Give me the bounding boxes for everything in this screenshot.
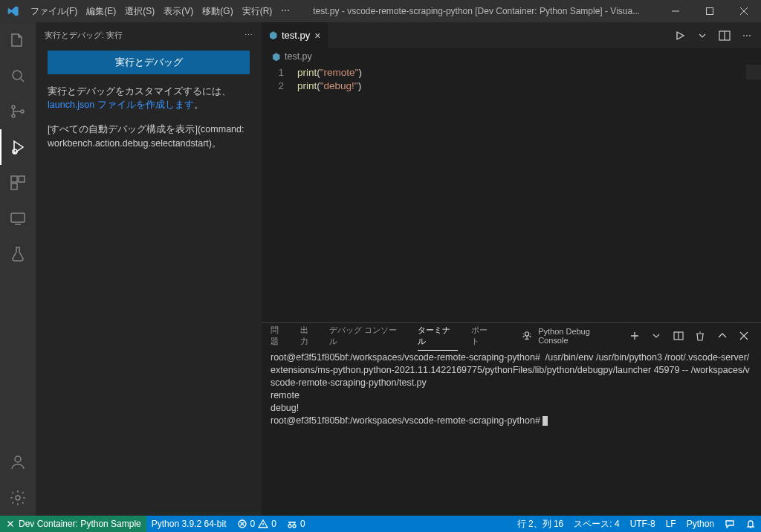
editor-more-icon[interactable]: ⋯ <box>737 26 757 45</box>
run-and-debug-button[interactable]: 実行とデバッグ <box>48 51 250 74</box>
customize-hint: 実行とデバッグをカスタマイズするには、launch.json ファイルを作成しま… <box>48 85 250 113</box>
close-tab-icon[interactable]: × <box>314 30 320 42</box>
accounts-icon[interactable] <box>0 444 36 480</box>
code-editor[interactable]: 1 2 print("remote") print("debug!") <box>262 65 761 322</box>
line-numbers: 1 2 <box>262 65 297 322</box>
close-panel-icon[interactable] <box>736 328 753 344</box>
menu-select[interactable]: 選択(S) <box>120 5 159 18</box>
run-debug-sidebar: 実行とデバッグ: 実行 ⋯ 実行とデバッグ 実行とデバッグをカスタマイズするには… <box>36 22 262 516</box>
remote-indicator[interactable]: Dev Container: Python Sample <box>0 516 146 532</box>
kill-terminal-icon[interactable] <box>692 328 708 344</box>
svg-rect-6 <box>11 176 17 182</box>
create-launch-json-link[interactable]: launch.json ファイルを作成します <box>48 100 194 110</box>
status-python-version[interactable]: Python 3.9.2 64-bit <box>146 516 232 532</box>
terminal-dropdown-label[interactable]: Python Debug Console <box>538 327 621 345</box>
window-minimize-button[interactable] <box>658 0 693 22</box>
editor-tabs: ⬢ test.py × ⋯ <box>262 22 761 48</box>
maximize-panel-icon[interactable] <box>714 328 731 344</box>
breadcrumb[interactable]: ⬢ test.py <box>262 48 761 65</box>
terminal[interactable]: root@ef3f51f805bf:/workspaces/vscode-rem… <box>262 348 761 516</box>
status-bar: Dev Container: Python Sample Python 3.9.… <box>0 516 761 532</box>
menu-file[interactable]: ファイル(F) <box>26 5 82 18</box>
explorer-icon[interactable] <box>0 22 36 58</box>
status-notifications-icon[interactable] <box>740 516 761 532</box>
status-language[interactable]: Python <box>681 516 719 532</box>
terminal-cursor <box>543 416 548 426</box>
extensions-icon[interactable] <box>0 165 36 201</box>
sidebar-more-icon[interactable]: ⋯ <box>245 30 253 40</box>
run-file-icon[interactable] <box>670 26 690 45</box>
panel-tab-terminal[interactable]: ターミナル <box>418 322 458 351</box>
run-debug-icon[interactable] <box>0 129 36 165</box>
python-file-icon: ⬢ <box>269 30 277 41</box>
status-feedback-icon[interactable] <box>719 516 740 532</box>
window-title: test.py - vscode-remote-scraping-python … <box>294 6 658 16</box>
new-terminal-icon[interactable] <box>626 328 643 344</box>
svg-point-13 <box>525 332 529 336</box>
titlebar: ファイル(F) 編集(E) 選択(S) 表示(V) 移動(G) 実行(R) ⋯ … <box>0 0 761 22</box>
svg-rect-7 <box>19 176 25 182</box>
bottom-panel: 問題 出力 デバッグ コンソール ターミナル ポート Python Debug … <box>262 322 761 516</box>
status-line-col[interactable]: 行 2、列 16 <box>512 516 569 532</box>
remote-explorer-icon[interactable] <box>0 201 36 236</box>
menu-go[interactable]: 移動(G) <box>198 5 237 18</box>
vscode-logo-icon <box>0 5 26 17</box>
svg-rect-9 <box>11 213 25 222</box>
svg-point-3 <box>12 114 15 117</box>
tab-test-py[interactable]: ⬢ test.py × <box>262 22 328 48</box>
status-problems[interactable]: 0 0 <box>232 516 282 532</box>
svg-point-4 <box>21 110 24 113</box>
panel-tab-output[interactable]: 出力 <box>300 322 317 350</box>
split-editor-icon[interactable] <box>715 26 734 45</box>
svg-rect-0 <box>707 8 713 15</box>
activity-bar <box>0 22 36 516</box>
testing-icon[interactable] <box>0 236 36 272</box>
window-maximize-button[interactable] <box>693 0 727 22</box>
status-encoding[interactable]: UTF-8 <box>625 516 661 532</box>
svg-point-11 <box>16 496 20 500</box>
svg-point-2 <box>12 106 15 108</box>
code-content: print("remote") print("debug!") <box>297 65 362 322</box>
svg-point-17 <box>293 525 296 528</box>
panel-tab-problems[interactable]: 問題 <box>271 322 287 350</box>
show-all-configs-text: [すべての自動デバッグ構成を表示](command: workbench.act… <box>48 123 250 151</box>
sidebar-title: 実行とデバッグ: 実行 <box>45 30 123 41</box>
status-eol[interactable]: LF <box>661 516 681 532</box>
python-file-icon: ⬢ <box>272 51 280 62</box>
run-dropdown-icon[interactable] <box>693 26 712 45</box>
search-icon[interactable] <box>0 58 36 94</box>
svg-point-10 <box>15 456 21 462</box>
svg-point-16 <box>288 525 291 528</box>
svg-rect-8 <box>11 184 17 189</box>
minimap[interactable] <box>746 65 761 80</box>
status-indent[interactable]: スペース: 4 <box>569 516 624 532</box>
menu-view[interactable]: 表示(V) <box>159 5 198 18</box>
terminal-dropdown-icon[interactable] <box>648 328 664 344</box>
settings-gear-icon[interactable] <box>0 480 36 516</box>
panel-tab-debug[interactable]: デバッグ コンソール <box>329 322 404 350</box>
window-close-button[interactable] <box>727 0 761 22</box>
debug-console-icon <box>522 331 532 341</box>
panel-tab-ports[interactable]: ポート <box>471 322 495 350</box>
svg-point-1 <box>13 71 22 80</box>
source-control-icon[interactable] <box>0 94 36 129</box>
split-terminal-icon[interactable] <box>670 328 687 344</box>
tab-label: test.py <box>282 30 310 41</box>
menu-run[interactable]: 実行(R) <box>238 5 277 18</box>
menu-more[interactable]: ⋯ <box>276 5 294 18</box>
main-menu: ファイル(F) 編集(E) 選択(S) 表示(V) 移動(G) 実行(R) ⋯ <box>26 5 294 18</box>
menu-edit[interactable]: 編集(E) <box>82 5 120 18</box>
status-ports[interactable]: 0 <box>282 516 311 532</box>
